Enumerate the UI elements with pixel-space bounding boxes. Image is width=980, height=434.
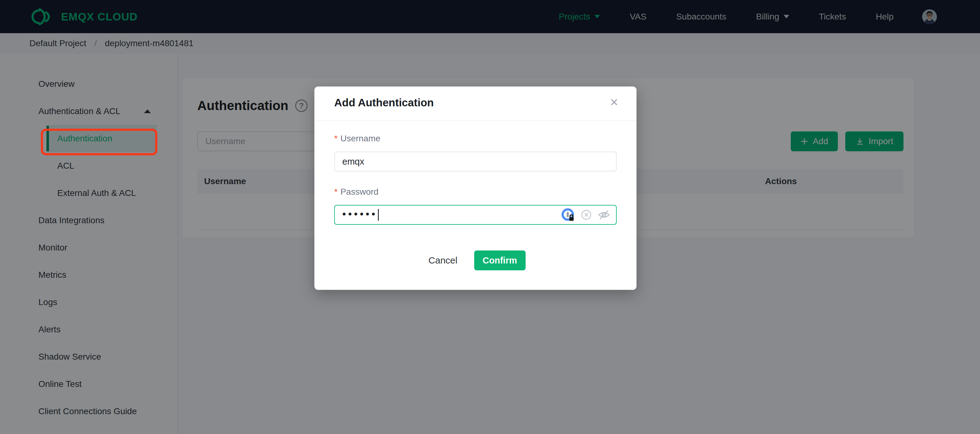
username-field-label: * Username (334, 134, 380, 144)
confirm-button[interactable]: Confirm (474, 251, 526, 270)
close-icon[interactable]: ✕ (610, 97, 619, 108)
required-marker: * (334, 134, 337, 144)
required-marker: * (334, 187, 337, 197)
dialog-header-divider (314, 120, 636, 121)
eye-off-icon[interactable] (598, 208, 611, 221)
add-authentication-dialog: Add Authentication ✕ * Username * Passwo… (314, 86, 636, 290)
cancel-button[interactable]: Cancel (425, 251, 460, 270)
clear-icon[interactable] (581, 209, 592, 220)
username-input[interactable] (334, 152, 617, 171)
password-input[interactable]: •••••• (334, 205, 617, 225)
password-field-label: * Password (334, 187, 379, 197)
text-cursor (378, 209, 379, 221)
dialog-title: Add Authentication (334, 96, 434, 109)
password-manager-icon[interactable] (561, 208, 575, 222)
masked-password-value: •••••• (342, 209, 377, 219)
